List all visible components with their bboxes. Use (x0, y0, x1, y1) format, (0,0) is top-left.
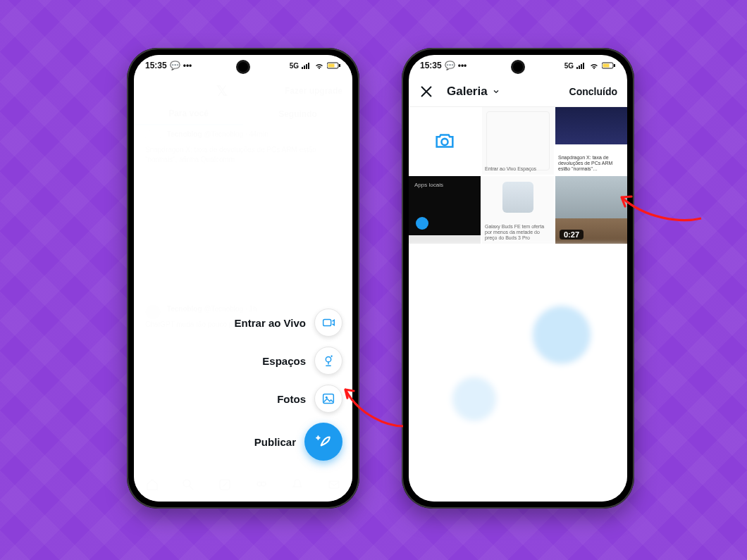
svg-rect-13 (603, 64, 610, 68)
svg-rect-14 (614, 64, 615, 67)
battery-icon (327, 62, 341, 69)
fab-photos-label: Fotos (277, 393, 306, 405)
thumb-5-caption: Galaxy Buds FE tem oferta por menos da m… (485, 224, 551, 241)
signal-icon (302, 62, 311, 69)
thumb-4-caption: Apps locais (414, 182, 443, 188)
fab-item-spaces[interactable]: Espaços (262, 347, 342, 375)
fab-live-label: Entrar ao Vivo (235, 317, 306, 329)
gallery-blurred-area (409, 245, 627, 502)
live-icon (314, 309, 342, 337)
status-5g-label: 5G (290, 62, 299, 70)
annotation-arrow-photos (338, 377, 409, 433)
svg-point-9 (326, 357, 331, 362)
status-time: 15:35 (420, 61, 442, 70)
screen-right: 15:35 💬 ••• 5G Galeria Concluído (409, 55, 627, 502)
phone-right: 15:35 💬 ••• 5G Galeria Concluído (402, 48, 634, 509)
svg-rect-2 (339, 64, 340, 67)
chevron-down-icon (492, 87, 500, 96)
gallery-thumb-3[interactable]: Snapdragon X: taxa de devoluções de PCs … (555, 107, 627, 175)
signal-icon (576, 62, 586, 69)
svg-point-15 (441, 139, 447, 145)
status-more-icon: ••• (458, 61, 467, 70)
status-more-icon: ••• (183, 61, 192, 70)
close-icon[interactable] (419, 84, 434, 99)
fab-item-live[interactable]: Entrar ao Vivo (235, 309, 342, 337)
wifi-icon (589, 62, 599, 69)
gallery-title-label: Galeria (447, 85, 488, 99)
fab-item-photos[interactable]: Fotos (277, 385, 342, 413)
status-5g-label: 5G (564, 62, 574, 70)
camera-notch (513, 62, 523, 72)
gallery-thumb-2[interactable]: Entrar ao Vivo Espaços (482, 107, 554, 175)
svg-rect-8 (323, 319, 331, 325)
gallery-header: Galeria Concluído (409, 76, 627, 107)
wifi-icon (314, 62, 324, 69)
fab-item-publish[interactable]: Publicar (254, 423, 342, 461)
fab-menu: Entrar ao Vivo Espaços Fotos Publicar (235, 309, 342, 461)
background-pattern (0, 0, 747, 560)
gallery-camera-tile[interactable] (409, 107, 481, 175)
gallery-thumb-5[interactable]: Galaxy Buds FE tem oferta por menos da m… (482, 176, 554, 244)
camera-notch (238, 62, 248, 72)
status-chat-icon: 💬 (445, 61, 455, 70)
gallery-title-dropdown[interactable]: Galeria (447, 85, 500, 99)
spaces-icon (314, 347, 342, 375)
fab-spaces-label: Espaços (262, 355, 306, 367)
annotation-arrow-video (613, 180, 705, 236)
gallery-thumb-4[interactable]: Apps locais (409, 176, 481, 244)
fab-publish-label: Publicar (254, 436, 296, 448)
phone-left: 15:35 💬 ••• 5G 𝕏 Fazer upgrade Para você… (127, 48, 359, 509)
svg-rect-1 (328, 64, 335, 68)
status-chat-icon: 💬 (170, 61, 180, 70)
video-duration-badge: 0:27 (560, 230, 584, 239)
status-time: 15:35 (145, 61, 167, 70)
camera-icon (433, 129, 457, 153)
battery-icon (602, 62, 616, 69)
thumb-2-caption: Entrar ao Vivo Espaços (485, 166, 551, 172)
screen-left: 15:35 💬 ••• 5G 𝕏 Fazer upgrade Para você… (134, 55, 352, 502)
done-button[interactable]: Concluído (569, 86, 617, 97)
thumb-3-caption: Snapdragon X: taxa de devoluções de PCs … (558, 155, 624, 172)
gallery-grid: Entrar ao Vivo Espaços Snapdragon X: tax… (409, 107, 627, 244)
compose-icon (304, 423, 342, 461)
svg-rect-10 (323, 394, 334, 404)
